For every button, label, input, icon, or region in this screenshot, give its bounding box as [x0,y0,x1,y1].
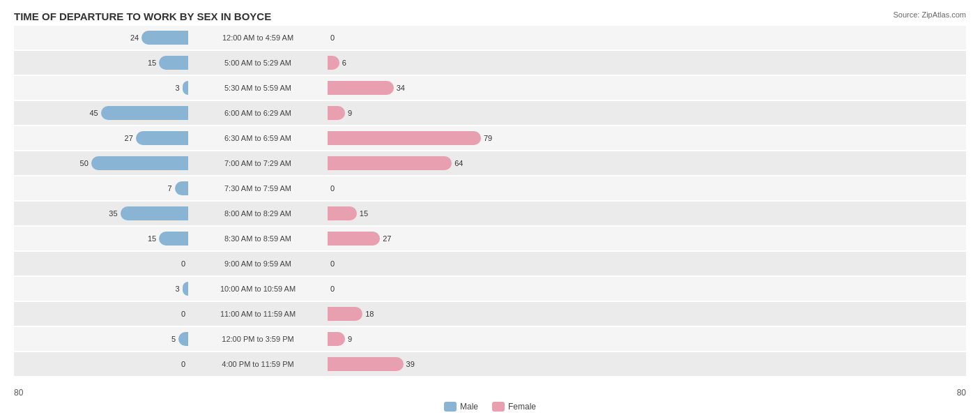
female-value: 39 [406,360,422,368]
right-bar-area: 15 [328,206,375,220]
legend-female: Female [492,402,536,412]
time-label: 7:30 AM to 7:59 AM [188,184,328,193]
right-bar-area: 18 [328,307,381,321]
chart-row: 24 12:00 AM to 4:59 AM 0 [14,26,966,50]
axis-right-label: 80 [577,388,966,398]
chart-row: 0 11:00 AM to 11:59 AM 18 [14,302,966,326]
chart-row: 50 7:00 AM to 7:29 AM 64 [14,151,966,175]
male-value: 15 [141,234,156,243]
chart-row: 27 6:30 AM to 6:59 AM 79 [14,126,966,150]
male-value: 0 [170,310,185,318]
female-bar [328,307,362,321]
time-label: 4:00 PM to 11:59 PM [188,360,328,368]
chart-area: 24 12:00 AM to 4:59 AM 0 15 5:00 AM to 5… [14,26,966,354]
male-bar [141,31,188,45]
male-value: 3 [164,84,180,92]
left-bar-area: 15 [14,232,188,246]
chart-title: TIME OF DEPARTURE TO WORK BY SEX IN BOYC… [14,10,966,22]
left-bar-area: 5 [14,332,188,346]
female-value: 9 [348,335,363,343]
chart-row: 0 4:00 PM to 11:59 PM 39 [14,352,966,376]
right-bar-area: 0 [328,257,346,271]
source-label: Source: ZipAtlas.com [893,10,966,19]
right-bar-area: 39 [328,357,422,371]
left-bar-area: 0 [14,307,188,321]
female-value: 0 [330,285,346,293]
male-bar [159,232,188,246]
female-value: 18 [365,310,381,318]
male-value: 27 [118,134,133,142]
chart-row: 0 9:00 AM to 9:59 AM 0 [14,252,966,276]
legend-female-box [492,402,505,412]
time-label: 10:00 AM to 10:59 AM [188,285,328,293]
chart-row: 3 5:30 AM to 5:59 AM 34 [14,76,966,100]
chart-row: 7 7:30 AM to 7:59 AM 0 [14,176,966,200]
left-bar-area: 0 [14,357,188,371]
chart-row: 15 8:30 AM to 8:59 AM 27 [14,227,966,250]
female-value: 0 [330,259,346,268]
left-bar-area: 3 [14,81,188,95]
female-value: 79 [484,134,499,142]
female-value: 64 [454,159,470,167]
chart-row: 45 6:00 AM to 6:29 AM 9 [14,101,966,125]
left-bar-area: 50 [14,156,188,170]
female-bar [328,156,452,170]
female-bar [328,232,380,246]
left-bar-area: 45 [14,106,188,120]
female-bar [328,81,394,95]
left-bar-area: 35 [14,206,188,220]
female-bar [328,56,339,70]
male-value: 0 [170,360,185,368]
left-bar-area: 0 [14,257,188,271]
male-bar [183,81,188,95]
male-bar [91,156,188,170]
time-label: 6:00 AM to 6:29 AM [188,109,328,117]
left-bar-area: 27 [14,131,188,145]
time-label: 8:00 AM to 8:29 AM [188,209,328,218]
right-bar-area: 64 [328,156,470,170]
male-bar [183,282,188,296]
legend-male-label: Male [460,402,478,412]
male-value: 15 [141,59,156,67]
axis-left-label: 80 [14,388,188,398]
male-value: 35 [102,209,118,218]
time-label: 6:30 AM to 6:59 AM [188,134,328,142]
chart-row: 3 10:00 AM to 10:59 AM 0 [14,277,966,301]
female-value: 0 [330,184,346,193]
right-bar-area: 27 [328,232,398,246]
right-bar-area: 0 [328,181,346,195]
legend-male-box [444,402,457,412]
female-value: 0 [330,33,346,42]
time-label: 12:00 AM to 4:59 AM [188,33,328,42]
male-bar [136,131,188,145]
male-bar [175,181,188,195]
chart-row: 35 8:00 AM to 8:29 AM 15 [14,202,966,225]
female-bar [328,131,481,145]
male-bar [178,332,188,346]
legend-female-label: Female [508,402,536,412]
right-bar-area: 0 [328,31,346,45]
female-value: 15 [360,209,375,218]
time-label: 5:00 AM to 5:29 AM [188,59,328,67]
legend: Male Female [14,402,966,412]
female-bar [328,206,357,220]
chart-container: TIME OF DEPARTURE TO WORK BY SEX IN BOYC… [0,0,980,415]
male-value: 7 [157,184,172,193]
male-bar [101,106,188,120]
female-bar [328,332,345,346]
right-bar-area: 9 [328,106,363,120]
right-bar-area: 6 [328,56,358,70]
time-label: 12:00 PM to 3:59 PM [188,335,328,343]
left-bar-area: 7 [14,181,188,195]
male-value: 0 [170,259,185,268]
chart-row: 5 12:00 PM to 3:59 PM 9 [14,327,966,351]
right-bar-area: 0 [328,282,346,296]
time-label: 7:00 AM to 7:29 AM [188,159,328,167]
male-value: 45 [83,109,98,117]
time-label: 5:30 AM to 5:59 AM [188,84,328,92]
left-bar-area: 15 [14,56,188,70]
time-label: 8:30 AM to 8:59 AM [188,234,328,243]
female-bar [328,357,404,371]
left-bar-area: 24 [14,31,188,45]
male-value: 5 [160,335,176,343]
